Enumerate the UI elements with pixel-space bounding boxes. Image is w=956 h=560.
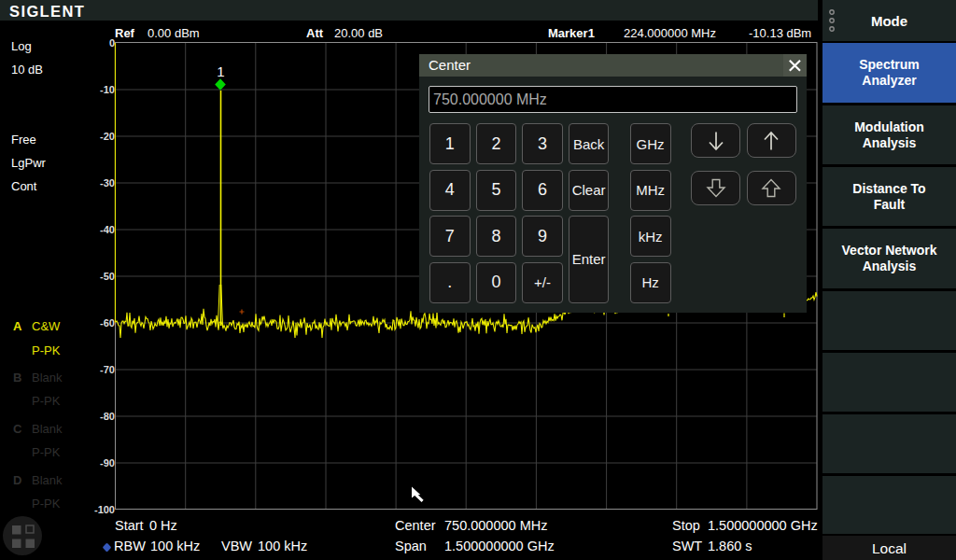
svg-text:1: 1 [217, 63, 224, 79]
